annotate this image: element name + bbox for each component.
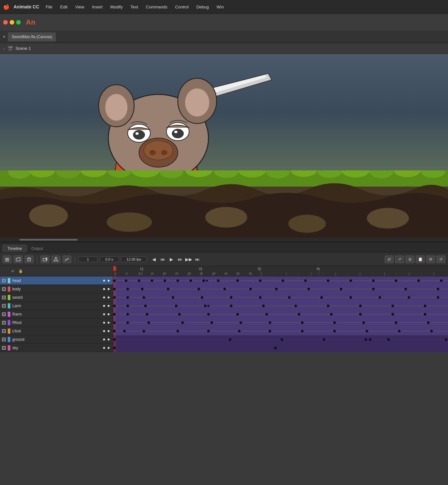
tab-close-icon[interactable]: ✕: [3, 35, 6, 39]
svg-point-264: [437, 296, 439, 299]
goto-end-button[interactable]: ⏭: [194, 255, 201, 263]
timeline-ruler-marks[interactable]: 1s 2s 3s 4s 1 5 10 15 20 25 30 35 40 45 …: [113, 266, 448, 276]
layer-row-lfoot[interactable]: Lfoot: [0, 327, 448, 335]
apple-menu[interactable]: 🍎: [3, 4, 10, 10]
back-arrow-icon[interactable]: ‹: [3, 46, 5, 51]
layer-row-rfoot[interactable]: Rfoot: [0, 318, 448, 327]
camera-button[interactable]: [40, 255, 49, 263]
svg-point-139: [176, 279, 179, 282]
menu-commands[interactable]: Commands: [143, 4, 170, 10]
frames-sky[interactable]: [113, 344, 448, 352]
refresh-button[interactable]: ↺: [436, 255, 445, 263]
ground-platform: [0, 170, 448, 242]
menu-view[interactable]: View: [72, 4, 88, 10]
frames-body[interactable]: [113, 285, 448, 293]
layer-row-sword[interactable]: sword: [0, 293, 448, 302]
playback-controls: ◀ ⏮ ▶ ⏭ ▶▶ ⏭: [150, 255, 201, 263]
layer-label-rfoot[interactable]: Rfoot: [0, 318, 113, 327]
close-button[interactable]: [3, 20, 8, 25]
svg-point-289: [262, 305, 265, 307]
layer-color-swatch-rarm: [8, 312, 10, 317]
svg-point-301: [391, 305, 394, 307]
new-layer-button[interactable]: [3, 255, 12, 263]
loop-button[interactable]: ⇄: [385, 255, 394, 263]
menu-win[interactable]: Win: [213, 4, 227, 10]
delete-layer-button[interactable]: [25, 255, 34, 263]
canvas-scroll-thumb[interactable]: [19, 239, 78, 241]
maximize-button[interactable]: [16, 20, 21, 25]
timeline-layers: head: [0, 276, 448, 352]
svg-point-438: [387, 338, 390, 341]
svg-text:30: 30: [188, 272, 191, 275]
layer-label-rarm[interactable]: Rarm: [0, 310, 113, 318]
play-button[interactable]: ▶: [167, 255, 175, 263]
svg-point-440: [445, 338, 447, 341]
layer-label-sword[interactable]: sword: [0, 293, 113, 301]
step-back-button[interactable]: ⏮: [159, 255, 166, 263]
settings-button[interactable]: ⚙: [426, 255, 435, 263]
menu-insert[interactable]: Insert: [89, 4, 106, 10]
layer-label-larm[interactable]: Larm: [0, 302, 113, 310]
frames-head[interactable]: [113, 276, 448, 285]
document-tab[interactable]: SwordMan.fla (Canvas): [8, 32, 56, 41]
visibility-header-icon[interactable]: 👁: [11, 269, 15, 273]
svg-point-130: [138, 279, 140, 282]
menu-edit[interactable]: Edit: [57, 4, 70, 10]
menu-control[interactable]: Control: [172, 4, 192, 10]
prev-frame-button[interactable]: ◀: [150, 255, 158, 263]
svg-point-231: [126, 296, 129, 299]
menu-modify[interactable]: Modify: [107, 4, 126, 10]
minimize-button[interactable]: [10, 20, 14, 25]
menu-text[interactable]: Text: [127, 4, 141, 10]
layer-label-head[interactable]: head: [0, 276, 113, 285]
tab-output[interactable]: Output: [27, 245, 48, 252]
hierarchy-icon: [54, 257, 58, 262]
svg-point-279: [175, 305, 177, 307]
folder-button[interactable]: [14, 255, 23, 263]
copy-frames-button[interactable]: ⧉: [405, 255, 414, 263]
svg-point-415: [366, 330, 368, 332]
layer-label-sky[interactable]: sky: [0, 344, 113, 352]
time-display[interactable]: 0.0 s: [100, 256, 119, 262]
paste-frames-button[interactable]: 📋: [416, 255, 425, 263]
tab-timeline[interactable]: Timeline: [3, 245, 27, 252]
menu-debug[interactable]: Debug: [193, 4, 212, 10]
svg-point-418: [398, 330, 400, 332]
hierarchy-button[interactable]: [51, 255, 60, 263]
frame-number-display[interactable]: 1: [78, 256, 98, 262]
layer-label-lfoot[interactable]: Lfoot: [0, 327, 113, 335]
svg-point-433: [323, 338, 325, 341]
layer-row-larm[interactable]: Larm: [0, 302, 448, 310]
svg-point-429: [229, 338, 231, 341]
menu-file[interactable]: File: [42, 4, 56, 10]
frames-rfoot[interactable]: [113, 318, 448, 327]
layer-row-head[interactable]: head: [0, 276, 448, 285]
folder-icon: [16, 257, 20, 262]
lock-header-icon[interactable]: 🔒: [18, 269, 23, 273]
layer-row-ground[interactable]: ground: [0, 335, 448, 344]
vis-dot[interactable]: [103, 280, 105, 282]
app-logo: An: [26, 18, 35, 27]
sync-button[interactable]: ↗: [395, 255, 404, 263]
svg-text:35: 35: [200, 272, 203, 275]
layer-label-body[interactable]: body: [0, 285, 113, 293]
svg-point-427: [113, 338, 116, 341]
frames-lfoot[interactable]: [113, 327, 448, 335]
fps-display[interactable]: 12.00 fps: [121, 256, 147, 262]
frames-ground[interactable]: [113, 335, 448, 344]
frames-rarm[interactable]: [113, 310, 448, 318]
layer-row-rarm[interactable]: Rarm: [0, 310, 448, 318]
frames-larm[interactable]: [113, 302, 448, 310]
layer-label-ground[interactable]: ground: [0, 335, 113, 343]
next-frame-button[interactable]: ▶▶: [185, 255, 193, 263]
step-forward-button[interactable]: ⏭: [176, 255, 184, 263]
svg-point-319: [178, 313, 181, 316]
frames-sword[interactable]: [113, 293, 448, 302]
layer-row-body[interactable]: body: [0, 285, 448, 293]
svg-point-222: [437, 288, 439, 290]
layer-row-sky[interactable]: sky: [0, 344, 448, 352]
lock-dot[interactable]: [108, 280, 110, 282]
svg-point-149: [217, 279, 219, 282]
layer-name-body: body: [12, 287, 101, 291]
graph-button[interactable]: [62, 255, 71, 263]
